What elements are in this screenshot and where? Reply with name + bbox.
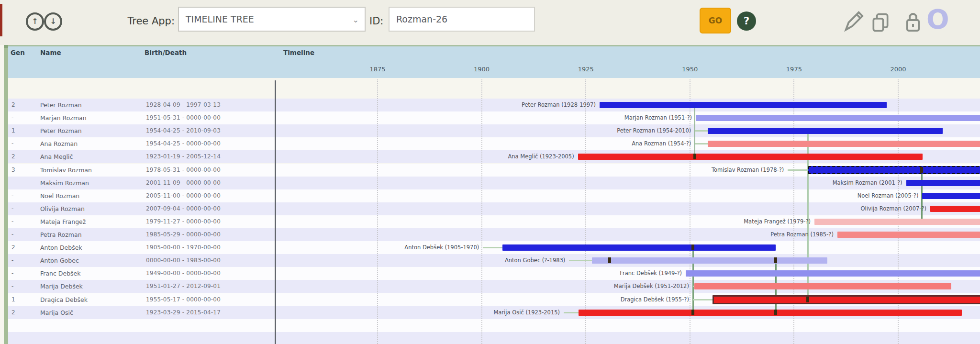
- person-life-bar[interactable]: [502, 244, 776, 251]
- bar-lead-line: [788, 169, 808, 171]
- person-life-bar[interactable]: [686, 270, 980, 277]
- bar-lead-line: [693, 299, 713, 300]
- row-dates-cell: 1979-11-27 - 0000-00-00: [146, 215, 221, 228]
- row-name-cell: Maksim Rozman: [40, 177, 89, 189]
- row-gen-cell: -: [11, 267, 13, 280]
- person-life-bar[interactable]: [708, 128, 943, 134]
- row-name-cell: Anton Debšek: [40, 241, 82, 254]
- bar-label: Marjan Rozman (1951-?): [510, 111, 692, 124]
- person-life-bar[interactable]: [713, 295, 980, 304]
- row-dates-cell: 1928-04-09 - 1997-03-13: [146, 99, 221, 111]
- row-dates-cell: 2005-11-00 - 0000-00-00: [146, 189, 221, 202]
- timeline-tree-app: ↑ ↓ Tree App: TIMELINE TREE ⌄ ID: Rozman…: [0, 0, 980, 344]
- row-dates-cell: 1949-00-00 - 0000-00-00: [146, 267, 221, 280]
- bar-label: Marija Debšek (1951-2012): [507, 280, 689, 293]
- row-dates-cell: 1905-00-00 - 1970-00-00: [146, 241, 221, 254]
- bar-label: Ana Rozman (1954-?): [509, 137, 691, 150]
- bar-label: Mateja Frangež (1979-?): [629, 215, 811, 228]
- person-life-bar[interactable]: [906, 180, 980, 186]
- person-life-bar[interactable]: [579, 310, 962, 316]
- row-gen-cell: -: [11, 228, 13, 241]
- row-name-cell: Ana Rozman: [40, 137, 78, 150]
- row-name-cell: Dragica Debšek: [40, 293, 88, 306]
- row-name-cell: Tomislav Rozman: [40, 164, 92, 177]
- person-life-bar[interactable]: [592, 257, 827, 264]
- event-marker: [774, 257, 777, 263]
- bar-label: Olivija Rozman (2007-?): [745, 202, 926, 215]
- row-dates-cell: 1951-01-27 - 2012-09-01: [146, 280, 221, 293]
- row-name-cell: Marija Debšek: [40, 280, 83, 293]
- event-marker: [693, 154, 696, 159]
- timeline-chart: 2Peter Rozman1928-04-09 - 1997-03-13Pete…: [0, 0, 980, 344]
- bar-label: Noel Rozman (2005-?): [736, 189, 918, 202]
- row-dates-cell: 1954-04-25 - 2010-09-03: [146, 124, 221, 137]
- row-dates-cell: 1923-03-29 - 2015-04-17: [146, 306, 221, 319]
- row-name-cell: Mateja Frangež: [40, 215, 86, 228]
- row-gen-cell: -: [11, 189, 13, 202]
- event-marker: [691, 244, 694, 250]
- bar-label: Maksim Rozman (2001-?): [721, 177, 902, 189]
- bar-lead-line: [695, 130, 708, 132]
- bar-label: Anton Gobec (?-1983): [383, 254, 565, 267]
- row-gen-cell: -: [11, 202, 13, 215]
- person-life-bar[interactable]: [814, 219, 980, 225]
- row-gen-cell: 2: [11, 241, 15, 254]
- row-gen-cell: -: [11, 137, 13, 150]
- event-marker: [806, 297, 809, 302]
- person-life-bar[interactable]: [922, 193, 980, 199]
- row-dates-cell: 2001-11-09 - 0000-00-00: [146, 177, 221, 189]
- person-life-bar[interactable]: [578, 154, 923, 160]
- row-gen-cell: 2: [11, 99, 15, 111]
- bar-label: Peter Rozman (1954-2010): [509, 124, 691, 137]
- person-life-bar[interactable]: [600, 102, 887, 108]
- bar-lead-line: [569, 260, 592, 261]
- event-marker: [920, 167, 923, 173]
- row-dates-cell: 0000-00-00 - 1983-00-00: [146, 254, 221, 267]
- row-gen-cell: -: [11, 254, 13, 267]
- bar-label: Anton Debšek (1905-1970): [297, 241, 479, 254]
- row-name-cell: Peter Rozman: [40, 99, 82, 111]
- row-gen-cell: -: [11, 177, 13, 189]
- row-gen-cell: 3: [11, 164, 15, 177]
- row-dates-cell: 2007-09-04 - 0000-00-00: [146, 202, 221, 215]
- row-dates-cell: 1978-05-31 - 0000-00-00: [146, 164, 221, 177]
- row-stripe: [8, 319, 980, 332]
- row-gen-cell: -: [11, 215, 13, 228]
- bar-label: Marija Osič (1923-2015): [378, 306, 560, 319]
- event-marker: [774, 310, 777, 315]
- row-name-cell: Noel Rozman: [40, 189, 79, 202]
- bar-label: Ana Meglič (1923-2005): [392, 150, 574, 163]
- bar-label: Peter Rozman (1928-1997): [414, 99, 596, 111]
- row-name-cell: Peter Rozman: [40, 124, 82, 137]
- row-dates-cell: 1985-05-29 - 0000-00-00: [146, 228, 221, 241]
- bar-lead-line: [695, 143, 708, 144]
- bar-label: Franc Debšek (1949-?): [500, 267, 682, 280]
- row-gen-cell: -: [11, 111, 13, 124]
- person-life-bar[interactable]: [696, 115, 980, 121]
- row-dates-cell: 1954-04-25 - 0000-00-00: [146, 137, 221, 150]
- event-marker: [608, 257, 611, 263]
- row-name-cell: Anton Gobec: [40, 254, 79, 267]
- row-name-cell: Marija Osič: [40, 306, 73, 319]
- column-divider: [275, 80, 276, 344]
- row-stripe: [8, 332, 980, 344]
- bar-label: Petra Rozman (1985-?): [652, 228, 834, 241]
- person-life-bar[interactable]: [808, 166, 980, 174]
- person-life-bar[interactable]: [708, 141, 980, 147]
- axis-gridline: [377, 79, 378, 344]
- axis-gridline: [481, 79, 482, 344]
- row-dates-cell: 1955-05-17 - 0000-00-00: [146, 293, 221, 306]
- person-life-bar[interactable]: [837, 232, 980, 238]
- row-gen-cell: 2: [11, 306, 15, 319]
- event-marker: [691, 310, 694, 315]
- row-dates-cell: 1951-05-31 - 0000-00-00: [146, 111, 221, 124]
- bar-lead-line: [564, 312, 578, 313]
- person-life-bar[interactable]: [694, 283, 951, 289]
- row-gen-cell: 1: [11, 124, 15, 137]
- bar-lead-line: [483, 247, 502, 248]
- row-gen-cell: 2: [11, 150, 15, 163]
- row-gen-cell: -: [11, 280, 13, 293]
- bar-label: Tomislav Rozman (1978-?): [602, 164, 784, 177]
- person-life-bar[interactable]: [930, 206, 980, 212]
- row-name-cell: Petra Rozman: [40, 228, 82, 241]
